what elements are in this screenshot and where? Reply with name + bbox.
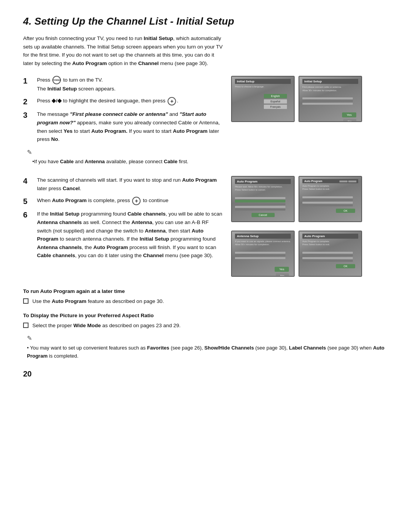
row-c3 bbox=[235, 257, 285, 259]
auto-program-text: Use the Auto Program feature as describe… bbox=[32, 297, 164, 306]
row-d4 bbox=[302, 260, 353, 262]
aspect-ratio-bullet: Select the proper Wide Mode as described… bbox=[23, 321, 393, 330]
step-2-text: Press ◆/◆ to highlight the desired langu… bbox=[37, 98, 178, 104]
screen-auto-prog-title-3: Auto Program bbox=[302, 234, 358, 239]
screen-auto-prog-complete: Auto Program is complete.Press Select bu… bbox=[302, 185, 358, 191]
row-d2 bbox=[302, 254, 353, 256]
note-icon: ✎ bbox=[27, 147, 223, 157]
screen-title-initial-setup: Initial Setup bbox=[235, 79, 291, 84]
language-english: English bbox=[264, 94, 287, 98]
tv-screen-auto-program-2: Auto Program ▮▮▮▮▮▮▮ ▮▮▮▮▮▮▮ Auto Progra… bbox=[299, 176, 362, 222]
step-5-content: When Auto Program is complete, press + t… bbox=[37, 196, 223, 205]
page-number: 20 bbox=[23, 370, 393, 378]
final-note-block: ✎ • You may want to set up convenient fe… bbox=[23, 333, 393, 360]
auto-program-section: To run Auto Program again at a later tim… bbox=[23, 288, 393, 306]
row-3 bbox=[302, 103, 353, 105]
steps-section-2: 4 The scanning of channels will start. I… bbox=[23, 176, 393, 281]
ok-button-2: OK bbox=[336, 264, 355, 268]
row-c2 bbox=[235, 254, 285, 256]
screens-right-col-2: Auto Program Please wait. Allow 50+ minu… bbox=[223, 176, 393, 281]
final-note-text: • You may want to set up convenient feat… bbox=[27, 345, 384, 359]
step-6-text: If the Initial Setup programming found C… bbox=[37, 211, 222, 258]
auto-program-heading: To run Auto Program again at a later tim… bbox=[23, 288, 393, 294]
step-1: 1 Press POWER to turn on the TV. The Ini… bbox=[23, 76, 223, 93]
steps-container: 1 Press POWER to turn on the TV. The Ini… bbox=[23, 76, 393, 171]
language-espanol: Español bbox=[264, 99, 287, 104]
screen-title-initial-setup-2: Initial Setup bbox=[302, 79, 358, 84]
row-b2 bbox=[302, 199, 353, 201]
tv-screen-auto-program-3: Auto Program Auto Program is complete.Pr… bbox=[299, 231, 362, 277]
step-1-sub: The Initial Setup screen appears. bbox=[37, 86, 116, 92]
screen-auto-prog-title: Auto Program bbox=[235, 179, 291, 184]
screen-antenna-subtitle: If you want to use an signals, please co… bbox=[235, 240, 291, 246]
screen-pair-2: Auto Program Please wait. Allow 50+ minu… bbox=[231, 176, 393, 222]
step-3: 3 The message "First please connect cabl… bbox=[23, 110, 223, 143]
screen-pair-3: Antenna Setup If you want to use an sign… bbox=[231, 231, 393, 277]
antenna-no: No bbox=[276, 273, 289, 277]
row-b1 bbox=[302, 196, 353, 198]
aspect-ratio-text: Select the proper Wide Mode as described… bbox=[32, 321, 181, 330]
language-francais: Français bbox=[264, 105, 287, 109]
screen-subtitle-language: Press to choose a language. bbox=[235, 85, 291, 88]
step-2: 2 Press ◆/◆ to highlight the desired lan… bbox=[23, 97, 223, 106]
step-4-text: The scanning of channels will start. If … bbox=[37, 177, 217, 191]
intro-paragraph: After you finish connecting your TV, you… bbox=[23, 34, 223, 67]
page-title: 4. Setting Up the Channel List - Initial… bbox=[23, 15, 393, 27]
antenna-yes-no: Yes No bbox=[235, 267, 291, 277]
ok-button-icon: + bbox=[132, 197, 141, 205]
step-4: 4 The scanning of channels will start. I… bbox=[23, 176, 223, 192]
row-d3 bbox=[302, 257, 353, 259]
step-1-text: Press POWER to turn on the TV. bbox=[37, 77, 103, 83]
aspect-ratio-section: To Display the Picture in your Preferred… bbox=[23, 313, 393, 330]
step-number-4: 4 bbox=[23, 176, 37, 186]
step-5-text: When Auto Program is complete, press + t… bbox=[37, 197, 168, 203]
screen-pair-1: Initial Setup Press to choose a language… bbox=[231, 76, 393, 122]
row-a1 bbox=[235, 197, 285, 199]
row-a4 bbox=[235, 206, 285, 208]
step-number-3: 3 bbox=[23, 110, 37, 120]
tv-screen-initial-setup-1: Initial Setup Press to choose a language… bbox=[231, 76, 295, 122]
note-block-1: ✎ •If you have Cable and Antenna availab… bbox=[23, 147, 223, 166]
enter-button-icon: + bbox=[168, 97, 176, 105]
bullet-square-2 bbox=[23, 323, 29, 328]
screen-rows-4 bbox=[235, 252, 291, 259]
tv-screen-antenna-setup: Antenna Setup If you want to use an sign… bbox=[231, 231, 295, 277]
row-1 bbox=[302, 97, 353, 99]
step-6: 6 If the Initial Setup programming found… bbox=[23, 210, 223, 260]
auto-program-bullet: Use the Auto Program feature as describe… bbox=[23, 297, 393, 306]
row-d1 bbox=[302, 252, 353, 254]
step-3-text: The message "First please connect cable … bbox=[37, 111, 220, 142]
screen-antenna-title: Antenna Setup bbox=[235, 234, 291, 239]
row-a3 bbox=[235, 203, 285, 205]
no-option: No bbox=[343, 119, 356, 122]
screen-rows-3 bbox=[302, 196, 358, 206]
row-c1 bbox=[235, 252, 285, 254]
note-bullet-1: •If you have Cable and Antenna available… bbox=[27, 159, 188, 164]
screen-rows-1 bbox=[302, 97, 358, 105]
steps-left-col-2: 4 The scanning of channels will start. I… bbox=[23, 176, 223, 281]
cancel-button: Cancel bbox=[252, 213, 275, 217]
step-number-1: 1 bbox=[23, 76, 37, 85]
steps-left-col: 1 Press POWER to turn on the TV. The Ini… bbox=[23, 76, 223, 171]
yes-option: Yes bbox=[342, 112, 356, 117]
step-4-content: The scanning of channels will start. If … bbox=[37, 176, 223, 192]
row-a2 bbox=[235, 200, 285, 202]
step-6-content: If the Initial Setup programming found C… bbox=[37, 210, 223, 260]
tv-screen-initial-setup-2: Initial Setup First please connect cable… bbox=[299, 76, 362, 122]
step-number-6: 6 bbox=[23, 210, 37, 219]
row-b4 bbox=[302, 204, 353, 206]
step-5: 5 When Auto Program is complete, press +… bbox=[23, 196, 223, 206]
step-number-2: 2 bbox=[23, 97, 37, 106]
step-number-5: 5 bbox=[23, 196, 37, 206]
power-button-icon: POWER bbox=[52, 76, 61, 84]
step-1-content: Press POWER to turn on the TV. The Initi… bbox=[37, 76, 223, 93]
steps-right-screens-top: Initial Setup Press to choose a language… bbox=[223, 76, 393, 171]
aspect-ratio-heading: To Display the Picture in your Preferred… bbox=[23, 313, 393, 318]
screen-rows-5 bbox=[302, 252, 358, 262]
yes-no-options: Yes No bbox=[302, 112, 358, 122]
row-2 bbox=[302, 100, 353, 102]
step-3-content: The message "First please connect cable … bbox=[37, 110, 223, 143]
screen-auto-prog-complete-2: Auto Program is complete.Press Select bu… bbox=[302, 240, 358, 246]
row-b3 bbox=[302, 202, 353, 204]
screen-rows-2 bbox=[235, 197, 291, 211]
